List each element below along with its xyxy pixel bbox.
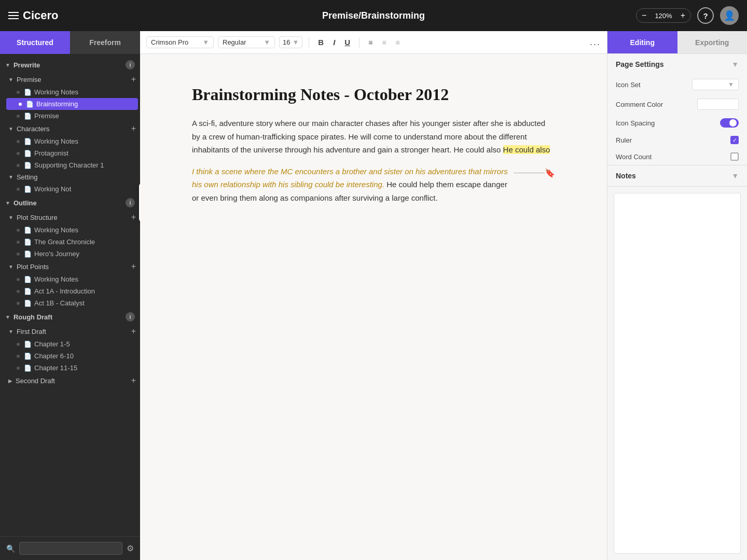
list-item[interactable]: 📄 Chapter 11-15 <box>4 362 140 374</box>
align-right-button[interactable]: ≡ <box>393 37 403 48</box>
align-left-button[interactable]: ≡ <box>366 37 375 48</box>
dot-icon <box>17 152 20 155</box>
doc-icon: 📄 <box>24 113 31 120</box>
add-second-draft-button[interactable]: + <box>131 376 136 385</box>
menu-icon[interactable] <box>8 12 19 19</box>
chevron-down-icon: ▼ <box>5 200 10 206</box>
bold-button[interactable]: B <box>315 36 326 48</box>
zoom-out-button[interactable]: − <box>637 9 652 22</box>
document-title: Brainstorming Notes - October 2012 <box>192 85 555 104</box>
highlighted-text: He could also <box>503 145 550 154</box>
add-premise-button[interactable]: + <box>131 75 136 84</box>
comment-color-swatch[interactable] <box>697 99 739 110</box>
dot-icon <box>19 103 22 106</box>
list-item[interactable]: 📄 Working Notes <box>4 224 140 236</box>
doc-icon: 📄 <box>24 365 31 372</box>
topbar: Cicero Premise/Brainstorming − 120% + ? … <box>0 0 747 31</box>
notes-textarea[interactable] <box>614 193 741 554</box>
list-item[interactable]: 📄 Working Notes <box>4 273 140 285</box>
chevron-down-icon: ▼ <box>292 38 299 46</box>
ruler-row: Ruler ✓ <box>607 132 747 148</box>
bookmark-icon: 🔖 <box>545 168 555 178</box>
ruler-checkbox[interactable]: ✓ <box>730 136 739 144</box>
doc-icon: 📄 <box>24 186 31 193</box>
add-first-draft-button[interactable]: + <box>131 327 136 336</box>
doc-icon: 📄 <box>24 250 31 258</box>
italic-button[interactable]: I <box>330 36 338 48</box>
characters-header[interactable]: ▼ Characters + <box>4 122 140 135</box>
tab-structured[interactable]: Structured <box>0 31 70 54</box>
tab-editing[interactable]: Editing <box>607 31 677 53</box>
word-count-checkbox[interactable] <box>730 152 739 161</box>
topbar-right: − 120% + ? 👤 <box>636 6 739 25</box>
rough-draft-info-button[interactable]: i <box>126 312 135 321</box>
sidebar-tabs: Structured Freeform <box>0 31 140 54</box>
list-item[interactable]: 📄 Working Not The Outline stage is where… <box>4 183 140 195</box>
doc-icon: 📄 <box>24 138 31 145</box>
dot-icon <box>17 91 20 94</box>
premise-header[interactable]: ▼ Premise + <box>4 73 140 86</box>
dot-icon <box>17 343 20 346</box>
align-center-button[interactable]: ≡ <box>379 37 389 48</box>
page-settings-header[interactable]: Page Settings ▼ <box>607 54 747 75</box>
plot-points-header[interactable]: ▼ Plot Points + <box>4 260 140 273</box>
comment-color-row: Comment Color <box>607 94 747 114</box>
add-plot-structure-button[interactable]: + <box>131 213 136 222</box>
font-family-select[interactable]: Crimson Pro ▼ <box>146 36 214 48</box>
doc-icon: 📄 <box>24 89 31 96</box>
doc-icon: 📄 <box>24 227 31 234</box>
toolbar: Crimson Pro ▼ Regular ▼ 16 ▼ B I U ≡ ≡ ≡… <box>140 31 607 54</box>
zoom-in-button[interactable]: + <box>675 9 690 22</box>
tab-freeform[interactable]: Freeform <box>70 31 140 54</box>
list-item[interactable]: 📄 Supporting Character 1 <box>4 159 140 171</box>
section-outline[interactable]: ▼ Outline i <box>0 195 140 211</box>
more-options-button[interactable]: ... <box>590 37 601 48</box>
dot-icon <box>17 115 20 118</box>
search-input[interactable] <box>19 542 122 555</box>
list-item[interactable]: 📄 Chapter 6-10 <box>4 350 140 362</box>
zoom-control[interactable]: − 120% + <box>636 8 691 23</box>
group-plot-structure: ▼ Plot Structure + 📄 Working Notes 📄 The… <box>4 211 140 260</box>
chevron-down-icon: ▼ <box>731 60 739 68</box>
section-prewrite[interactable]: ▼ Prewrite i <box>0 57 140 73</box>
add-plot-points-button[interactable]: + <box>131 262 136 271</box>
list-item[interactable]: 📄 Chapter 1-5 <box>4 338 140 350</box>
setting-header[interactable]: ▼ Setting <box>4 171 140 183</box>
icon-spacing-slider[interactable] <box>720 118 739 128</box>
tab-exporting[interactable]: Exporting <box>677 31 748 53</box>
doc-icon: 📄 <box>24 162 31 169</box>
chevron-right-icon: ▶ <box>8 378 12 384</box>
first-draft-header[interactable]: ▼ First Draft + <box>4 325 140 338</box>
list-item[interactable]: 📄 Protagonist <box>4 147 140 159</box>
list-item-active[interactable]: 📄 Brainstorming <box>6 98 138 110</box>
list-item[interactable]: 📄 Act 1B - Catalyst <box>4 297 140 309</box>
icon-set-dropdown[interactable]: ▼ <box>692 79 739 90</box>
editor[interactable]: Brainstorming Notes - October 2012 A sci… <box>150 54 597 560</box>
list-item[interactable]: 📄 Premise <box>4 110 140 122</box>
plot-structure-header[interactable]: ▼ Plot Structure + <box>4 211 140 224</box>
chevron-down-icon: ▼ <box>8 174 13 180</box>
second-draft-header[interactable]: ▶ Second Draft + <box>4 374 140 387</box>
font-style-select[interactable]: Regular ▼ <box>218 36 275 48</box>
word-count-row: Word Count <box>607 148 747 165</box>
doc-icon: 📄 <box>24 276 31 283</box>
underline-button[interactable]: U <box>342 36 353 48</box>
list-item[interactable]: 📄 Working Notes <box>4 135 140 147</box>
section-rough-draft[interactable]: ▼ Rough Draft i <box>0 309 140 325</box>
dot-icon <box>17 355 20 358</box>
help-button[interactable]: ? <box>697 7 714 24</box>
list-item[interactable]: 📄 Working Notes <box>4 86 140 98</box>
list-item[interactable]: 📄 Act 1A - Introduction <box>4 285 140 297</box>
notes-header[interactable]: Notes ▼ <box>607 165 747 186</box>
add-characters-button[interactable]: + <box>131 124 136 133</box>
settings-icon[interactable]: ⚙ <box>127 543 134 553</box>
dot-icon <box>17 229 20 232</box>
group-premise: ▼ Premise + 📄 Working Notes 📄 Brainstorm… <box>4 73 140 122</box>
prewrite-info-button[interactable]: i <box>126 60 135 69</box>
outline-info-button[interactable]: i <box>126 198 135 207</box>
list-item[interactable]: 📄 Hero's Journey <box>4 248 140 260</box>
group-setting: ▼ Setting 📄 Working Not The Outline stag… <box>4 171 140 195</box>
font-size-select[interactable]: 16 ▼ <box>279 36 302 48</box>
list-item[interactable]: 📄 The Great Chronicle <box>4 236 140 248</box>
avatar: 👤 <box>720 6 739 25</box>
